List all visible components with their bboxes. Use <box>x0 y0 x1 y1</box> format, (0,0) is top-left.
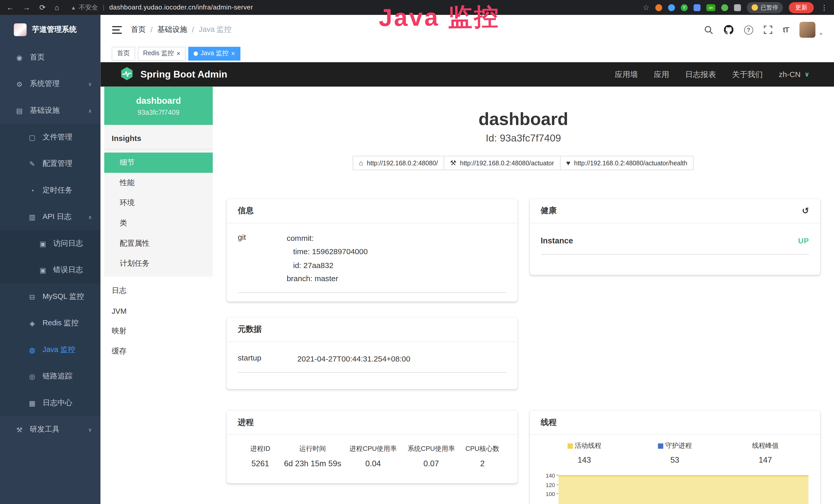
sba-item-jvm[interactable]: JVM <box>104 301 213 321</box>
status-badge: UP <box>798 236 809 245</box>
sidebar-item-log-center[interactable]: ▦ 日志中心 <box>0 390 101 416</box>
sidebar-label: 研发工具 <box>30 425 60 434</box>
sba-logo-icon <box>120 66 134 83</box>
gear-icon: ⚙ <box>15 80 24 88</box>
user-avatar[interactable] <box>799 22 815 38</box>
sba-sidebar: dashboard 93a3fc7f7409 Insights 细节 性能 环境… <box>104 87 213 504</box>
sidebar-item-redis-monitor[interactable]: ◈ Redis 监控 <box>0 310 101 337</box>
warning-icon: ▲ <box>71 5 76 10</box>
sidebar-item-error-log[interactable]: ▣ 错误日志 <box>0 257 101 283</box>
page-url[interactable]: dashboard.yudao.iocoder.cn/infra/admin-s… <box>109 4 253 11</box>
sba-item-config-props[interactable]: 配置属性 <box>104 233 213 254</box>
page-title: dashboard <box>226 109 820 130</box>
address-bar[interactable]: ▲ 不安全 | dashboard.yudao.iocoder.cn/infra… <box>71 3 253 12</box>
y-tick: 120 <box>546 482 555 487</box>
sidebar-label: MySQL 监控 <box>43 292 84 301</box>
sidebar-item-access-log[interactable]: ▣ 访问日志 <box>0 230 101 257</box>
sidebar-label: 配置管理 <box>43 159 72 168</box>
sba-item-scheduled-tasks[interactable]: 计划任务 <box>104 254 213 274</box>
sba-nav-journal[interactable]: 日志报表 <box>685 69 716 79</box>
breadcrumb-home[interactable]: 首页 <box>131 25 146 35</box>
browser-menu-icon[interactable]: ⋮ <box>821 3 828 11</box>
metadata-card: 元数据 startup 2021-04-27T00:44:31.254+08:0… <box>226 317 517 389</box>
tab-java-monitor[interactable]: Java 监控 × <box>188 46 240 60</box>
search-icon[interactable] <box>704 25 713 34</box>
sidebar-item-java-monitor[interactable]: ◍ Java 监控 <box>0 337 101 363</box>
paused-label: 已暂停 <box>761 3 778 11</box>
breadcrumb-section[interactable]: 基础设施 <box>157 25 187 35</box>
sba-item-environment[interactable]: 环境 <box>104 193 213 213</box>
extension-icon-orange[interactable] <box>655 4 662 11</box>
sba-item-mappings[interactable]: 映射 <box>104 321 213 342</box>
sba-nav-applications[interactable]: 应用 <box>654 69 669 79</box>
sidebar-item-api-log[interactable]: ▥ API 日志 ∧ <box>0 204 101 230</box>
wrench-icon: ⚒ <box>450 159 456 167</box>
redis-icon: ◈ <box>28 319 37 327</box>
sidebar-item-file-manage[interactable]: ▢ 文件管理 <box>0 124 101 151</box>
extension-icon-y[interactable]: Y <box>681 4 688 11</box>
sba-item-classes[interactable]: 类 <box>104 213 213 233</box>
sidebar-item-config-manage[interactable]: ✎ 配置管理 <box>0 151 101 177</box>
sba-instance-block[interactable]: dashboard 93a3fc7f7409 <box>104 87 213 125</box>
browser-forward-icon[interactable]: → <box>23 3 30 12</box>
sba-nav-about[interactable]: 关于我们 <box>732 69 763 79</box>
chevron-down-icon: ∨ <box>88 81 92 87</box>
app-logo-row[interactable]: 芋道管理系统 <box>0 15 101 44</box>
sba-insights-group: Insights 细节 性能 环境 类 配置属性 计划任务 <box>104 125 213 276</box>
sba-item-logs[interactable]: 日志 <box>104 281 213 301</box>
sba-main: dashboard Id: 93a3fc7f7409 ⌂ http://192.… <box>213 87 834 504</box>
extensions-puzzle-icon[interactable] <box>734 4 741 11</box>
sidebar-item-mysql-monitor[interactable]: ⊟ MySQL 监控 <box>0 283 101 310</box>
sidebar-item-trace[interactable]: ◎ 链路追踪 <box>0 363 101 390</box>
browser-reload-icon[interactable]: ⟳ <box>39 3 45 12</box>
heart-icon: ♥ <box>566 159 570 167</box>
legend-value: 143 <box>539 455 630 464</box>
extension-icon-on[interactable]: on <box>706 4 715 11</box>
health-instance-row: Instance UP <box>541 236 809 254</box>
home-icon: ⌂ <box>359 159 363 167</box>
browser-update-button[interactable]: 更新 <box>789 2 814 13</box>
sba-item-performance[interactable]: 性能 <box>104 173 213 193</box>
link-label: http://192.168.0.2:48080/actuator/health <box>574 159 687 167</box>
extension-icon-grid[interactable] <box>694 4 700 11</box>
tab-redis-monitor[interactable]: Redis 监控 × <box>138 46 185 60</box>
legend-daemon-threads: 守护进程 53 <box>630 441 720 464</box>
help-icon[interactable]: ? <box>744 25 753 34</box>
health-link[interactable]: ♥ http://192.168.0.2:48080/actuator/heal… <box>560 156 694 170</box>
sidebar-item-dev-tools[interactable]: ⚒ 研发工具 ∨ <box>0 416 101 443</box>
sba-nav-wallboard[interactable]: 应用墙 <box>615 69 638 79</box>
instance-root-link[interactable]: ⌂ http://192.168.0.2:48080/ <box>353 156 444 170</box>
browser-home-icon[interactable]: ⌂ <box>55 3 59 12</box>
health-card: 健康 ↺ Instance UP <box>529 199 820 275</box>
col-header: 进程CPU使用率 <box>344 444 402 453</box>
col-header: 运行时间 <box>281 444 344 453</box>
timer-icon: ◔ <box>28 186 37 194</box>
sba-brand-title[interactable]: Spring Boot Admin <box>140 69 227 80</box>
sba-item-caches[interactable]: 缓存 <box>104 341 213 362</box>
sidebar-item-infra[interactable]: ▤ 基础设施 ∧ <box>0 97 101 124</box>
sidebar-item-scheduled-job[interactable]: ◔ 定时任务 <box>0 177 101 204</box>
extension-icon-drop[interactable] <box>668 4 675 11</box>
extension-icon-leaf[interactable] <box>721 4 728 11</box>
browser-back-icon[interactable]: ← <box>6 3 14 12</box>
sba-locale-select[interactable]: zh-CN ∨ <box>779 70 810 78</box>
bookmark-star-icon[interactable]: ☆ <box>643 3 649 12</box>
tab-close-icon[interactable]: × <box>231 50 235 57</box>
sidebar-item-system[interactable]: ⚙ 系统管理 ∨ <box>0 71 101 97</box>
actuator-link[interactable]: ⚒ http://192.168.0.2:48080/actuator <box>444 156 560 170</box>
tab-close-icon[interactable]: × <box>177 50 180 57</box>
security-warning[interactable]: ▲ 不安全 <box>71 3 98 12</box>
font-size-icon[interactable]: tT <box>783 25 789 34</box>
github-icon[interactable] <box>724 25 733 35</box>
breadcrumb-separator: / <box>192 25 194 34</box>
sidebar-item-home[interactable]: ◉ 首页 <box>0 44 101 71</box>
history-icon[interactable]: ↺ <box>802 206 809 216</box>
emoji-icon <box>751 4 758 11</box>
admin-menu: ◉ 首页 ⚙ 系统管理 ∨ ▤ 基础设施 ∧ ▢ 文件管理 ✎ 配置管 <box>0 44 101 443</box>
chevron-up-icon: ∧ <box>88 108 92 113</box>
paused-badge[interactable]: 已暂停 <box>747 2 783 13</box>
fullscreen-icon[interactable] <box>764 25 772 34</box>
sba-item-details[interactable]: 细节 <box>104 153 213 173</box>
tab-home[interactable]: 首页 <box>112 46 135 60</box>
sidebar-toggle-icon[interactable] <box>112 26 122 33</box>
